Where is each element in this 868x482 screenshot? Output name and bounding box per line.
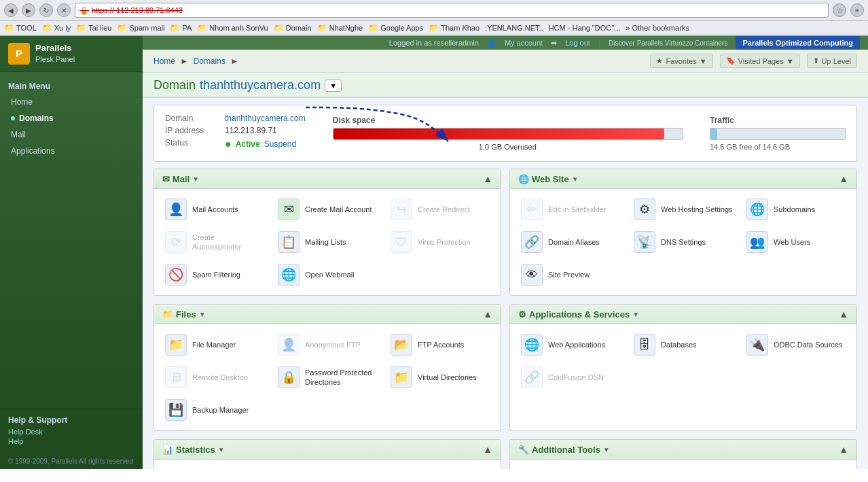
ip-value: 112.213.89.71 bbox=[225, 126, 277, 135]
bookmark-xuly[interactable]: 📁Xu ly bbox=[42, 23, 71, 33]
scheduled-tasks-item[interactable]: 📅 Scheduled Tasks bbox=[516, 465, 626, 469]
sidebar-nav: Main Menu Home Domains Mail Applications bbox=[0, 72, 143, 408]
backup-manager-item[interactable]: 💾 Backup Manager bbox=[160, 395, 270, 425]
my-account-link[interactable]: My account bbox=[505, 39, 543, 47]
sidebar-item-domains[interactable]: Domains bbox=[0, 110, 143, 126]
traffic-usage-item[interactable]: 🔄 Traffic Usage bbox=[385, 465, 495, 469]
bookmark-googleapps[interactable]: 📁Google Apps bbox=[368, 23, 423, 33]
domain-name[interactable]: thanhthuycamera.com bbox=[200, 78, 321, 92]
favorites-button[interactable]: ★ Favorites ▼ bbox=[650, 54, 712, 68]
bookmark-hcm[interactable]: HCM - Hang "DOC"... bbox=[549, 24, 621, 32]
domain-info-panel: Domain thanhthuycamera.com IP address 11… bbox=[153, 105, 857, 162]
website-collapse-button[interactable]: ▲ bbox=[839, 173, 848, 184]
mail-collapse-button[interactable]: ▲ bbox=[483, 173, 492, 184]
url-https: https:// bbox=[92, 6, 114, 14]
sidebar-applications-label: Applications bbox=[11, 146, 55, 156]
stop-button[interactable]: ✕ bbox=[57, 3, 71, 17]
remote-desktop-icon: 🖥 bbox=[165, 366, 187, 388]
mail-section: ✉ Mail ▼ ▲ 👤 Mail Accounts ✉ Create Mail… bbox=[153, 169, 501, 296]
subdomains-item[interactable]: 🌐 Subdomains bbox=[741, 194, 851, 224]
bookmark-tool[interactable]: 📁TOOL bbox=[4, 23, 37, 33]
active-dot bbox=[11, 116, 15, 120]
resource-usage-item[interactable]: 📈 Resource Usage bbox=[272, 465, 382, 469]
sidebar-item-mail[interactable]: Mail bbox=[0, 126, 143, 143]
menu-button[interactable]: ≡ bbox=[850, 3, 864, 17]
browser-toolbar: ◀ ▶ ↻ ✕ 🔒 https:// 112.213.89.71:8443 ☆ … bbox=[0, 0, 868, 21]
bookmark-thamkhao[interactable]: 📁Tham Khao bbox=[429, 23, 480, 33]
visited-pages-button[interactable]: 🔖 Visited Pages ▼ bbox=[720, 54, 800, 68]
app-services-items: 🌐 Web Applications 🗄 Databases 🔌 ODBC Da… bbox=[510, 324, 856, 398]
reload-button[interactable]: ↻ bbox=[39, 3, 53, 17]
sidebar: P Parallels Plesk Panel Main Menu Home D… bbox=[0, 36, 143, 469]
site-preview-item[interactable]: 👁 Site Preview bbox=[516, 260, 626, 290]
bookmark-pa[interactable]: 📁PA bbox=[170, 23, 192, 33]
mail-section-items: 👤 Mail Accounts ✉ Create Mail Account ↪ … bbox=[154, 189, 501, 295]
breadcrumb-domains[interactable]: Domains bbox=[194, 56, 225, 66]
bookmark-spammail[interactable]: 📁Spam mail bbox=[117, 23, 164, 33]
breadcrumb-home[interactable]: Home bbox=[153, 56, 175, 66]
files-section-header: 📁 Files ▼ ▲ bbox=[154, 305, 501, 324]
help-link[interactable]: Help bbox=[8, 437, 134, 445]
backup-manager-icon: 💾 bbox=[165, 399, 187, 421]
address-bar[interactable]: 🔒 https:// 112.213.89.71:8443 bbox=[75, 3, 829, 18]
additional-tools-icon: 🔧 bbox=[518, 445, 529, 455]
up-level-button[interactable]: ⬆ Up Level bbox=[807, 54, 857, 68]
statistics-collapse-button[interactable]: ▲ bbox=[483, 444, 492, 455]
spam-filtering-item[interactable]: 🚫 Spam Filtering bbox=[160, 260, 270, 290]
site-preview-label: Site Preview bbox=[548, 270, 590, 279]
mail-accounts-item[interactable]: 👤 Mail Accounts bbox=[160, 194, 270, 224]
bookmark-yenlang[interactable]: :YENLANG.NET:. bbox=[485, 24, 543, 32]
sidebar-item-home[interactable]: Home bbox=[0, 94, 143, 110]
top-bar: Logged in as reselleradmin 👤 My account … bbox=[143, 36, 868, 50]
files-collapse-button[interactable]: ▲ bbox=[483, 309, 492, 320]
open-webmail-item[interactable]: 🌐 Open Webmail bbox=[272, 260, 382, 290]
suspend-link[interactable]: Suspend bbox=[264, 139, 296, 149]
breadcrumb: Home ► Domains ► bbox=[153, 56, 241, 66]
mailing-lists-item[interactable]: 📋 Mailing Lists bbox=[272, 227, 382, 257]
up-icon: ⬆ bbox=[813, 56, 819, 65]
databases-item[interactable]: 🗄 Databases bbox=[628, 330, 738, 360]
odbc-item[interactable]: 🔌 ODBC Data Sources bbox=[741, 330, 851, 360]
url-host: 112.213.89.71:8443 bbox=[116, 6, 183, 14]
domain-info-left: Domain thanhthuycamera.com IP address 11… bbox=[165, 114, 306, 153]
log-out-link[interactable]: Log out bbox=[565, 39, 590, 47]
star-button[interactable]: ☆ bbox=[833, 3, 846, 17]
domain-aliases-item[interactable]: 🔗 Domain Aliases bbox=[516, 227, 626, 257]
domain-field-label: Domain bbox=[165, 114, 219, 123]
additional-tools-collapse-button[interactable]: ▲ bbox=[839, 444, 848, 455]
bookmark-nhomanh[interactable]: 📁Nhom anh SonVu bbox=[197, 23, 268, 33]
create-mail-account-item[interactable]: ✉ Create Mail Account bbox=[272, 194, 382, 224]
info-row-domain: Domain thanhthuycamera.com bbox=[165, 114, 306, 123]
file-manager-item[interactable]: 📁 File Manager bbox=[160, 330, 270, 360]
web-hosting-settings-item[interactable]: ⚙ Web Hosting Settings bbox=[628, 194, 738, 224]
bookmark-tailieu[interactable]: 📁Tai lieu bbox=[76, 23, 111, 33]
ftp-accounts-item[interactable]: 📂 FTP Accounts bbox=[385, 330, 495, 360]
bookmark-nhatnghe[interactable]: 📁NhatNghe bbox=[317, 23, 363, 33]
help-desk-link[interactable]: Help Desk bbox=[8, 428, 134, 436]
visited-icon: 🔖 bbox=[726, 56, 736, 65]
disk-bar-background bbox=[333, 128, 683, 140]
sidebar-item-applications[interactable]: Applications bbox=[0, 143, 143, 159]
forward-button[interactable]: ▶ bbox=[22, 3, 35, 17]
web-statistics-item[interactable]: 📊 Web Statistics bbox=[160, 465, 270, 469]
web-applications-item[interactable]: 🌐 Web Applications bbox=[516, 330, 626, 360]
status-green-icon: ● bbox=[225, 138, 232, 150]
sidebar-domains-label: Domains bbox=[19, 114, 54, 123]
additional-tools-title: 🔧 Additional Tools ▼ bbox=[518, 445, 610, 455]
domain-dropdown-button[interactable]: ▼ bbox=[325, 80, 342, 92]
app-services-collapse-button[interactable]: ▲ bbox=[839, 309, 848, 320]
domain-value[interactable]: thanhthuycamera.com bbox=[225, 114, 306, 123]
dns-settings-item[interactable]: 📡 DNS Settings bbox=[628, 227, 738, 257]
remote-desktop-label: Remote Desktop bbox=[192, 373, 248, 382]
ssl-certificates-item[interactable]: 🔒 SSL Certificates bbox=[628, 465, 738, 469]
domain-title-bar: Domain thanhthuycamera.com ▼ bbox=[143, 73, 868, 98]
web-users-item[interactable]: 👥 Web Users bbox=[741, 227, 851, 257]
password-dirs-item[interactable]: 🔒 Password Protected Directories bbox=[272, 362, 382, 392]
create-autoresponder-item: ⟳ Create Autoresponder bbox=[160, 227, 270, 257]
bookmark-other[interactable]: » Other bookmarks bbox=[626, 24, 689, 32]
disk-bar-fill bbox=[333, 128, 665, 139]
hotlink-protection-item[interactable]: 🛡 Hotlink Protection bbox=[741, 465, 851, 469]
back-button[interactable]: ◀ bbox=[4, 3, 18, 17]
bookmark-domain[interactable]: 📁Domain bbox=[274, 23, 312, 33]
virtual-dirs-item[interactable]: 📁 Virtual Directories bbox=[385, 362, 495, 392]
